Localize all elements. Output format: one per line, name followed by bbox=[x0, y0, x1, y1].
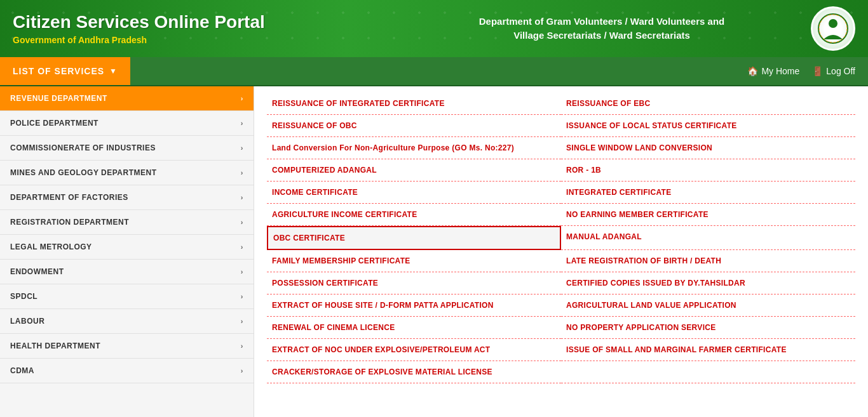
services-grid: REISSUANCE OF INTEGRATED CERTIFICATE REI… bbox=[267, 93, 855, 383]
chevron-right-icon: › bbox=[241, 194, 243, 201]
service-item-agricultural-land-value[interactable]: AGRICULTURAL LAND VALUE APPLICATION bbox=[561, 295, 855, 317]
service-item-late-registration-birth-death[interactable]: LATE REGISTRATION OF BIRTH / DEATH bbox=[561, 250, 855, 272]
sidebar-item-dept-factories[interactable]: DEPARTMENT OF FACTORIES › bbox=[0, 185, 254, 210]
service-item-income-certificate[interactable]: INCOME CERTIFICATE bbox=[267, 182, 561, 204]
chevron-right-icon: › bbox=[241, 367, 243, 374]
logo bbox=[811, 6, 855, 51]
service-item-reissuance-obc[interactable]: REISSUANCE OF OBC bbox=[267, 115, 561, 137]
logoff-icon: 🚪 bbox=[812, 66, 823, 76]
sidebar-item-health-dept[interactable]: HEALTH DEPARTMENT › bbox=[0, 334, 254, 359]
service-item-no-property-application[interactable]: NO PROPERTY APPLICATION SERVICE bbox=[561, 317, 855, 339]
my-home-link[interactable]: 🏠 My Home bbox=[747, 66, 799, 76]
logo-circle bbox=[811, 6, 855, 51]
dropdown-arrow-icon: ▼ bbox=[109, 67, 118, 76]
chevron-right-icon: › bbox=[241, 317, 243, 325]
service-item-no-earning-member[interactable]: NO EARNING MEMBER CERTIFICATE bbox=[561, 204, 855, 226]
header-center: Department of Gram Volunteers / Ward Vol… bbox=[405, 15, 798, 43]
service-item-issuance-local-status[interactable]: ISSUANCE OF LOCAL STATUS CERTIFICATE bbox=[561, 115, 855, 137]
sidebar-item-endowment[interactable]: ENDOWMENT › bbox=[0, 260, 254, 284]
service-item-extract-noc-explosive[interactable]: EXTRACT OF NOC UNDER EXPLOSIVE/PETROLEUM… bbox=[267, 339, 561, 361]
service-item-ror-1b[interactable]: ROR - 1B bbox=[561, 159, 855, 182]
chevron-right-icon: › bbox=[241, 268, 243, 275]
service-item-renewal-cinema-licence[interactable]: RENEWAL OF CINEMA LICENCE bbox=[267, 317, 561, 339]
service-item-manual-adangal[interactable]: MANUAL ADANGAL bbox=[561, 226, 855, 250]
portal-title: Citizen Services Online Portal bbox=[13, 12, 405, 32]
service-item-family-membership[interactable]: FAMILY MEMBERSHIP CERTIFICATE bbox=[267, 250, 561, 272]
sidebar-item-mines-geology[interactable]: MINES AND GEOLOGY DEPARTMENT › bbox=[0, 161, 254, 185]
sidebar-item-spdcl[interactable]: SPDCL › bbox=[0, 284, 254, 309]
navbar: LIST OF SERVICES ▼ 🏠 My Home 🚪 Log Off bbox=[0, 57, 868, 86]
sidebar-item-registration-dept[interactable]: REGISTRATION DEPARTMENT › bbox=[0, 210, 254, 235]
service-item-possession-certificate[interactable]: POSSESSION CERTIFICATE bbox=[267, 272, 561, 295]
service-item-land-conversion[interactable]: Land Conversion For Non-Agriculture Purp… bbox=[267, 137, 561, 159]
service-item-reissuance-integrated[interactable]: REISSUANCE OF INTEGRATED CERTIFICATE bbox=[267, 93, 561, 115]
chevron-right-icon: › bbox=[241, 342, 243, 350]
chevron-right-icon: › bbox=[241, 95, 243, 102]
sidebar-item-labour[interactable]: LABOUR › bbox=[0, 309, 254, 334]
sidebar-item-legal-metrology[interactable]: LEGAL METROLOGY › bbox=[0, 235, 254, 260]
home-icon: 🏠 bbox=[747, 66, 758, 76]
chevron-right-icon: › bbox=[241, 119, 243, 127]
service-item-integrated-certificate[interactable]: INTEGRATED CERTIFICATE bbox=[561, 182, 855, 204]
main-content: REVENUE DEPARTMENT › POLICE DEPARTMENT ›… bbox=[0, 86, 868, 417]
sidebar-item-revenue-department[interactable]: REVENUE DEPARTMENT › bbox=[0, 86, 254, 111]
sidebar-item-commissionerate-industries[interactable]: COMMISSIONERATE OF INDUSTRIES › bbox=[0, 136, 254, 161]
sidebar-item-cdma[interactable]: CDMA › bbox=[0, 359, 254, 383]
service-item-house-site-extract[interactable]: EXTRACT OF HOUSE SITE / D-FORM PATTA APP… bbox=[267, 295, 561, 317]
chevron-right-icon: › bbox=[241, 144, 243, 152]
service-item-computerized-adangal[interactable]: COMPUTERIZED ADANGAL bbox=[267, 159, 561, 182]
service-item-small-marginal-farmer[interactable]: ISSUE OF SMALL AND MARGINAL FARMER CERTI… bbox=[561, 339, 855, 361]
service-item-reissuance-ebc[interactable]: REISSUANCE OF EBC bbox=[561, 93, 855, 115]
services-area: REISSUANCE OF INTEGRATED CERTIFICATE REI… bbox=[254, 86, 868, 417]
svg-point-1 bbox=[829, 19, 837, 28]
logo-icon bbox=[817, 13, 849, 44]
service-item-cracker-storage[interactable]: CRACKER/STORAGE OF EXPLOSIVE MATERIAL LI… bbox=[267, 361, 561, 383]
list-of-services-button[interactable]: LIST OF SERVICES ▼ bbox=[0, 57, 130, 85]
service-item-right-empty bbox=[561, 361, 855, 383]
header-left: Citizen Services Online Portal Governmen… bbox=[13, 12, 405, 45]
chevron-right-icon: › bbox=[241, 293, 243, 300]
header: Citizen Services Online Portal Governmen… bbox=[0, 0, 868, 57]
department-name: Department of Gram Volunteers / Ward Vol… bbox=[405, 15, 798, 43]
chevron-right-icon: › bbox=[241, 169, 243, 176]
sidebar-item-police-department[interactable]: POLICE DEPARTMENT › bbox=[0, 111, 254, 136]
chevron-right-icon: › bbox=[241, 243, 243, 251]
service-item-certified-copies-dy-tahsildar[interactable]: CERTIFIED COPIES ISSUED BY DY.TAHSILDAR bbox=[561, 272, 855, 295]
navbar-right: 🏠 My Home 🚪 Log Off bbox=[747, 66, 868, 76]
list-of-services-label: LIST OF SERVICES bbox=[13, 66, 104, 76]
chevron-right-icon: › bbox=[241, 218, 243, 226]
portal-subtitle: Government of Andhra Pradesh bbox=[13, 35, 405, 45]
service-item-single-window-land[interactable]: SINGLE WINDOW LAND CONVERSION bbox=[561, 137, 855, 159]
service-item-obc-certificate[interactable]: OBC CERTIFICATE bbox=[267, 226, 561, 250]
sidebar: REVENUE DEPARTMENT › POLICE DEPARTMENT ›… bbox=[0, 86, 254, 417]
service-item-agriculture-income-cert[interactable]: AGRICULTURE INCOME CERTIFICATE bbox=[267, 204, 561, 226]
log-off-link[interactable]: 🚪 Log Off bbox=[812, 66, 855, 76]
